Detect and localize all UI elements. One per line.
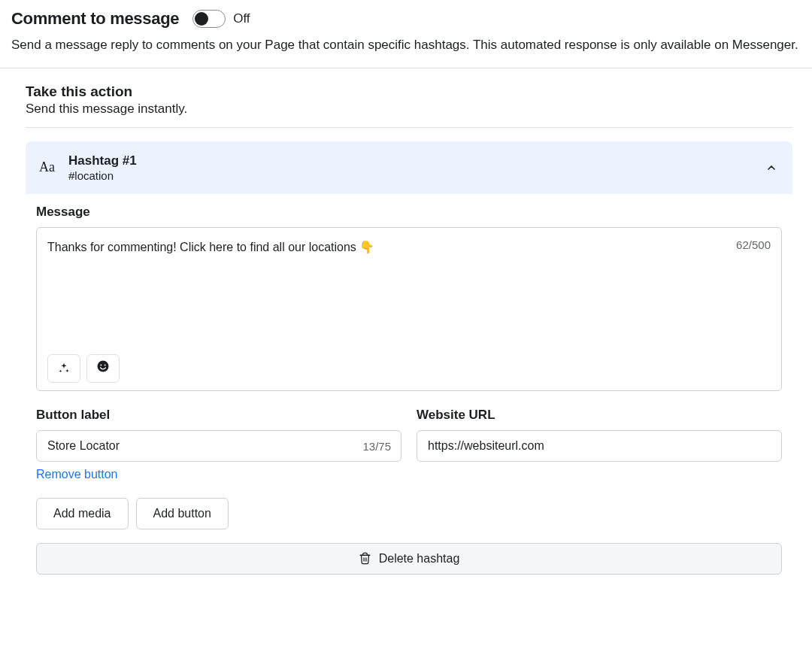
svg-point-2	[105, 365, 106, 366]
hashtag-header[interactable]: Aa Hashtag #1 #location	[26, 141, 792, 194]
text-style-icon: Aa	[39, 159, 55, 175]
emoji-button[interactable]	[86, 354, 120, 383]
message-char-count: 62/500	[736, 238, 771, 251]
trash-icon	[359, 552, 371, 565]
divider	[26, 127, 792, 128]
hashtag-value: #location	[68, 169, 752, 182]
toggle-knob	[195, 12, 208, 26]
delete-hashtag-label: Delete hashtag	[379, 552, 460, 566]
add-button-button[interactable]: Add button	[136, 498, 229, 529]
website-url-heading: Website URL	[417, 408, 782, 423]
toggle-state-label: Off	[233, 11, 250, 26]
button-label-heading: Button label	[36, 408, 401, 423]
add-media-button[interactable]: Add media	[36, 498, 129, 529]
smiley-icon	[96, 359, 110, 377]
remove-button-link[interactable]: Remove button	[36, 468, 401, 481]
message-text[interactable]: Thanks for commenting! Click here to fin…	[47, 238, 771, 256]
button-label-input[interactable]	[36, 430, 401, 462]
page-title: Comment to message	[11, 9, 179, 29]
action-title: Take this action	[26, 83, 792, 100]
hashtag-card: Aa Hashtag #1 #location Message Thanks f…	[26, 141, 792, 585]
ai-sparkle-button[interactable]	[47, 354, 80, 383]
svg-point-1	[100, 365, 102, 366]
delete-hashtag-button[interactable]: Delete hashtag	[36, 543, 782, 575]
action-subtitle: Send this message instantly.	[26, 102, 792, 117]
hashtag-title: Hashtag #1	[68, 153, 752, 168]
hashtag-body: Message Thanks for commenting! Click her…	[26, 194, 792, 585]
website-url-input[interactable]	[417, 430, 782, 462]
message-editor[interactable]: Thanks for commenting! Click here to fin…	[36, 227, 782, 391]
page-header: Comment to message Off Send a message re…	[0, 0, 812, 68]
page-description: Send a message reply to comments on your…	[11, 36, 801, 54]
svg-point-0	[98, 361, 109, 372]
main-content: Take this action Send this message insta…	[0, 68, 812, 608]
feature-toggle[interactable]	[192, 10, 226, 28]
chevron-up-icon	[765, 162, 777, 174]
message-label: Message	[36, 205, 782, 220]
